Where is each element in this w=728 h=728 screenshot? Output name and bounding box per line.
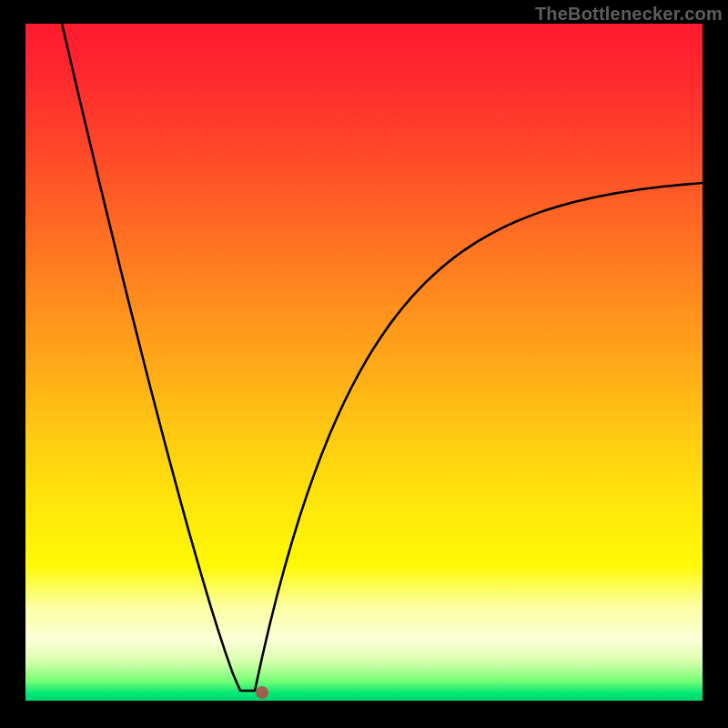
bottleneck-curve	[25, 24, 703, 701]
chart-frame: TheBottlenecker.com	[0, 0, 728, 728]
plot-area	[25, 24, 703, 701]
optimum-marker	[256, 686, 268, 699]
watermark-text: TheBottlenecker.com	[535, 4, 723, 25]
